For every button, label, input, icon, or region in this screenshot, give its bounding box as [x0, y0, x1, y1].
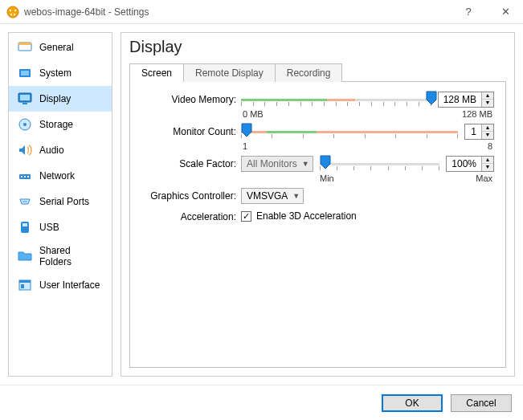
- sidebar-item-label: USB: [39, 222, 59, 233]
- scale-factor-label: Scale Factor:: [141, 156, 241, 169]
- monitor-count-thumb[interactable]: [241, 123, 252, 137]
- video-memory-value: 128 MB: [439, 94, 481, 105]
- sidebar-item-system[interactable]: System: [9, 60, 112, 86]
- tab-panel-screen: Video Memory: 128 MB ▲▼: [129, 81, 506, 368]
- svg-point-1: [10, 9, 11, 10]
- svg-rect-8: [21, 71, 29, 75]
- button-bar: OK Cancel: [0, 385, 523, 420]
- sidebar-item-network[interactable]: Network: [9, 163, 112, 189]
- titlebar: webos-image-64bit - Settings ? ✕: [0, 0, 523, 24]
- svg-point-20: [26, 201, 27, 202]
- graphics-controller-select[interactable]: VMSVGA ▼: [241, 188, 304, 204]
- svg-rect-16: [24, 176, 26, 177]
- sidebar-item-label: Display: [39, 93, 71, 104]
- graphics-controller-value: VMSVGA: [247, 190, 288, 202]
- monitor-count-max-label: 8: [488, 141, 492, 151]
- sidebar-item-storage[interactable]: Storage: [9, 112, 112, 137]
- chevron-down-icon: ▼: [292, 192, 300, 200]
- graphics-controller-label: Graphics Controller:: [141, 188, 241, 202]
- video-memory-label: Video Memory:: [141, 92, 241, 105]
- monitor-count-label: Monitor Count:: [141, 124, 241, 137]
- scale-factor-slider[interactable]: [320, 157, 440, 171]
- svg-rect-22: [22, 223, 27, 226]
- video-memory-min-label: 0 MB: [243, 109, 264, 119]
- enable-3d-acceleration-label: Enable 3D Acceleration: [256, 210, 357, 222]
- svg-point-19: [24, 201, 26, 202]
- scale-factor-monitor-value: All Monitors: [247, 158, 297, 169]
- tab-recording[interactable]: Recording: [275, 63, 343, 82]
- cancel-button[interactable]: Cancel: [451, 394, 512, 412]
- video-memory-slider[interactable]: [241, 92, 431, 107]
- scale-factor-spin-down[interactable]: ▼: [482, 164, 493, 171]
- svg-rect-25: [21, 284, 24, 288]
- sidebar-item-audio[interactable]: Audio: [9, 137, 112, 163]
- tab-screen[interactable]: Screen: [129, 63, 184, 82]
- ok-button[interactable]: OK: [382, 394, 443, 412]
- svg-point-13: [23, 123, 27, 126]
- svg-point-0: [7, 6, 18, 18]
- sidebar-item-label: Serial Ports: [39, 196, 89, 207]
- tab-remote-display[interactable]: Remote Display: [183, 63, 276, 82]
- scale-factor-spin-up[interactable]: ▲: [482, 157, 493, 164]
- sidebar-item-usb[interactable]: USB: [9, 214, 112, 240]
- close-button[interactable]: ✕: [494, 6, 517, 18]
- scale-factor-monitor-select[interactable]: All Monitors ▼: [241, 156, 313, 172]
- monitor-count-spin-down[interactable]: ▼: [482, 132, 493, 139]
- scale-factor-spinner[interactable]: 100% ▲▼: [446, 156, 494, 172]
- app-icon: [6, 6, 19, 18]
- svg-point-2: [14, 9, 16, 10]
- window-title: webos-image-64bit - Settings: [24, 6, 457, 18]
- sidebar-item-user-interface[interactable]: User Interface: [9, 272, 112, 298]
- monitor-count-slider[interactable]: [241, 124, 458, 139]
- scale-factor-max-label: Max: [476, 173, 492, 183]
- tab-bar: Screen Remote Display Recording: [129, 63, 506, 81]
- svg-rect-10: [20, 95, 30, 100]
- enable-3d-acceleration-checkbox[interactable]: [241, 211, 251, 222]
- serial-port-icon: [17, 194, 33, 210]
- video-memory-spin-down[interactable]: ▼: [482, 100, 493, 107]
- system-icon: [17, 65, 33, 81]
- audio-icon: [17, 142, 33, 158]
- video-memory-spin-up[interactable]: ▲: [482, 92, 493, 100]
- display-icon: [17, 91, 33, 107]
- main-panel: Display Screen Remote Display Recording …: [121, 32, 515, 377]
- svg-rect-15: [21, 176, 22, 177]
- sidebar-item-shared-folders[interactable]: Shared Folders: [9, 240, 112, 272]
- scale-factor-value: 100%: [447, 158, 481, 169]
- scale-factor-thumb[interactable]: [320, 155, 331, 169]
- network-icon: [17, 168, 33, 184]
- sidebar-item-label: Storage: [39, 119, 73, 130]
- video-memory-spinner[interactable]: 128 MB ▲▼: [438, 92, 494, 108]
- sidebar-item-label: User Interface: [39, 279, 100, 291]
- svg-point-18: [22, 201, 24, 202]
- svg-rect-11: [22, 103, 27, 104]
- svg-point-4: [14, 13, 15, 14]
- usb-icon: [17, 219, 33, 235]
- settings-sidebar: General System Display Storage Audio Net…: [8, 32, 112, 377]
- monitor-count-min-label: 1: [243, 141, 247, 151]
- ui-icon: [17, 277, 33, 293]
- storage-icon: [17, 116, 33, 133]
- scale-factor-min-label: Min: [320, 173, 334, 183]
- sidebar-item-serial-ports[interactable]: Serial Ports: [9, 189, 112, 214]
- monitor-count-value: 1: [465, 126, 481, 137]
- video-memory-thumb[interactable]: [426, 91, 437, 105]
- chevron-down-icon: ▼: [302, 160, 309, 168]
- svg-rect-24: [19, 280, 31, 283]
- video-memory-max-label: 128 MB: [462, 109, 492, 119]
- svg-rect-17: [27, 176, 29, 177]
- monitor-count-spin-up[interactable]: ▲: [482, 124, 493, 132]
- sidebar-item-label: System: [39, 67, 72, 79]
- sidebar-item-label: Shared Folders: [39, 245, 104, 267]
- monitor-count-spinner[interactable]: 1 ▲▼: [464, 124, 494, 140]
- svg-point-3: [10, 13, 12, 14]
- sidebar-item-general[interactable]: General: [9, 35, 112, 60]
- folder-icon: [17, 248, 33, 264]
- sidebar-item-display[interactable]: Display: [9, 86, 112, 112]
- sidebar-item-label: Audio: [39, 145, 64, 156]
- help-button[interactable]: ?: [457, 6, 480, 18]
- general-icon: [17, 39, 33, 55]
- acceleration-label: Acceleration:: [141, 209, 241, 222]
- svg-rect-6: [18, 43, 31, 45]
- sidebar-item-label: General: [39, 42, 74, 53]
